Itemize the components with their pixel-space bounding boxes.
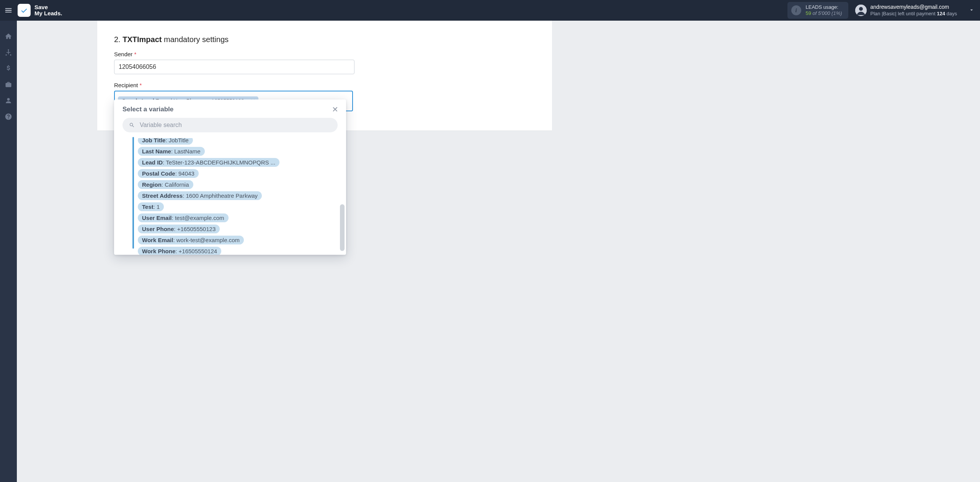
list-accent-bar xyxy=(132,137,134,249)
hamburger-menu-button[interactable] xyxy=(0,0,17,21)
sidebar-item-help[interactable] xyxy=(0,109,17,125)
variable-option[interactable]: Job Title: JobTitle xyxy=(138,137,193,145)
variable-option[interactable]: Street Address: 1600 Amphitheatre Parkwa… xyxy=(138,191,262,200)
variable-option[interactable]: User Phone: +16505550123 xyxy=(138,225,220,233)
variable-option[interactable]: Region: California xyxy=(138,180,193,189)
usage-text: LEADS usage: 59 of 5'000 (1%) xyxy=(806,4,842,17)
account-block[interactable]: andrewsavemyleads@gmail.com Plan |Basic|… xyxy=(855,4,975,17)
chevron-down-icon[interactable] xyxy=(969,7,975,14)
page-content: 2. TXTImpact mandatory settings Sender* … xyxy=(17,21,980,482)
search-icon xyxy=(129,122,135,129)
check-icon xyxy=(18,4,31,17)
variable-option[interactable]: Postal Code: 94043 xyxy=(138,169,199,178)
sidebar-item-connections[interactable] xyxy=(0,44,17,60)
variable-option[interactable]: Lead ID: TeSter-123-ABCDEFGHIJKLMNOPQRS … xyxy=(138,158,279,167)
variable-option[interactable]: User Email: test@example.com xyxy=(138,213,229,222)
account-text: andrewsavemyleads@gmail.com Plan |Basic|… xyxy=(871,4,957,17)
settings-card: 2. TXTImpact mandatory settings Sender* … xyxy=(97,21,552,130)
variable-option[interactable]: Work Phone: +16505550124 xyxy=(138,247,221,255)
topbar: Save My Leads. i LEADS usage: 59 of 5'00… xyxy=(0,0,980,21)
variable-dropdown: Select a variable ✕ Job Title: JobTitleL… xyxy=(114,99,346,255)
variable-search-wrap[interactable] xyxy=(122,118,338,132)
dropdown-title: Select a variable xyxy=(122,106,173,113)
section-title: 2. TXTImpact mandatory settings xyxy=(114,35,535,44)
field-sender: Sender* xyxy=(114,51,535,74)
sidebar-item-home[interactable] xyxy=(0,28,17,44)
brand-text: Save My Leads. xyxy=(34,4,62,17)
variable-option[interactable]: Last Name: LastName xyxy=(138,147,205,156)
variable-list: Job Title: JobTitleLast Name: LastNameLe… xyxy=(114,137,346,255)
sender-input[interactable] xyxy=(114,60,354,74)
sender-label: Sender* xyxy=(114,51,535,57)
sidebar xyxy=(0,21,17,482)
brand-logo[interactable]: Save My Leads. xyxy=(18,4,62,17)
sidebar-item-account[interactable] xyxy=(0,93,17,109)
leads-usage-badge[interactable]: i LEADS usage: 59 of 5'000 (1%) xyxy=(787,2,848,19)
recipient-label: Recipient* xyxy=(114,82,535,88)
sidebar-item-billing[interactable] xyxy=(0,60,17,77)
scrollbar-thumb[interactable] xyxy=(340,204,345,251)
variable-option[interactable]: Work Email: work-test@example.com xyxy=(138,236,244,244)
info-icon: i xyxy=(791,5,801,15)
sidebar-item-workspace[interactable] xyxy=(0,77,17,93)
variable-search-input[interactable] xyxy=(139,121,332,129)
close-icon[interactable]: ✕ xyxy=(332,106,338,113)
avatar-icon xyxy=(855,5,867,16)
variable-option[interactable]: Test: 1 xyxy=(138,202,164,211)
svg-point-1 xyxy=(859,7,863,11)
